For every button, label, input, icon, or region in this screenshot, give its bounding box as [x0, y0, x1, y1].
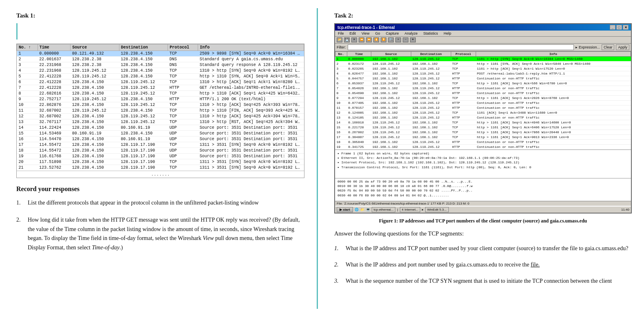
- table-row[interactable]: 40.026477192.168.1.102128.119.245.12HTTP…: [335, 71, 631, 76]
- table-row[interactable]: 19116.61768128.238.4.150128.119.17.190UD…: [17, 154, 304, 159]
- toolbar-icon-10[interactable]: −: [403, 37, 408, 42]
- hex-line: 0010 00 30 1b 30 40 00 80 06 06 18 c0 a8…: [337, 184, 629, 188]
- table-row[interactable]: 1132.687002128.119.245.12128.238.4.150TC…: [17, 108, 304, 114]
- start-button[interactable]: ▶ start: [337, 207, 353, 212]
- table-row[interactable]: 80.054690192.168.1.102128.119.245.12HTTP…: [335, 91, 631, 96]
- taskbar-icon-2: 📁: [360, 208, 364, 211]
- detail-line: ▸ Ethernet II, Src: ActionTe_8a:70:1a (0…: [337, 156, 629, 160]
- table-row[interactable]: 180.305040192.168.1.102128.119.245.12HTT…: [335, 140, 631, 145]
- close-button[interactable]: ✕: [623, 25, 629, 30]
- table-row[interactable]: 1232.687002128.238.4.150128.119.245.12TC…: [17, 114, 304, 119]
- toolbar-icon-2[interactable]: 💾: [344, 37, 350, 42]
- more-rows-indicator: .......: [17, 171, 304, 178]
- table-row[interactable]: 20117.51898128.238.4.150128.119.17.190TC…: [17, 159, 304, 165]
- epkt-col-info: Info: [476, 52, 631, 57]
- col-destination: Destination: [119, 44, 168, 51]
- ethereal-hex-panel: 0000 00 06 25 da af 73 00 20 e0 8a 70 1a…: [335, 178, 631, 201]
- toolbar-icon-1[interactable]: 📂: [337, 37, 342, 42]
- table-row[interactable]: 922.752717128.119.245.12128.238.4.150HTT…: [17, 97, 304, 102]
- table-row[interactable]: 422.231968128.119.245.12128.238.4.150TCP…: [17, 68, 304, 74]
- table-row[interactable]: 21123.52762128.238.4.150128.119.17.190TC…: [17, 165, 304, 171]
- q2-number: 2.: [16, 216, 24, 252]
- list-item: 1. List the different protocols that app…: [16, 198, 304, 207]
- filter-expression-btn[interactable]: ▸ Expression...: [576, 45, 600, 49]
- menu-file[interactable]: File: [337, 31, 345, 36]
- table-row[interactable]: 17114.55472128.238.4.150128.119.17.190TC…: [17, 142, 304, 148]
- menu-statistics[interactable]: Statistics: [422, 31, 439, 36]
- table-row[interactable]: 90.077294128.119.245.12192.168.1.102TCPh…: [335, 96, 631, 101]
- table-row[interactable]: 120.124085192.168.1.102128.119.245.12TCP…: [335, 110, 631, 115]
- toolbar-icon-11[interactable]: ✦: [410, 37, 416, 42]
- table-row[interactable]: 130.124185192.168.1.102128.119.245.12HTT…: [335, 115, 631, 120]
- table-row[interactable]: 15114.5346980.160.91.19128.238.4.150UDPS…: [17, 131, 304, 136]
- task2-question-list: 1. What is the IP address and TCP port n…: [334, 244, 632, 286]
- table-row[interactable]: 100.077405192.168.1.102128.119.245.12HTT…: [335, 101, 631, 106]
- list-item: 1. What is the IP address and TCP port n…: [334, 244, 632, 253]
- hex-line: 0020 f5 0c 04 89 00 50 59 0d f4 50 00 00…: [337, 188, 629, 193]
- taskbar-winedit[interactable]: WinEdit 5.3...: [425, 207, 449, 212]
- taskbar-internet[interactable]: 4 Internet...: [400, 207, 420, 212]
- toolbar-icon-9[interactable]: +: [395, 37, 401, 42]
- menu-view[interactable]: View: [360, 31, 371, 36]
- toolbar-icon-3[interactable]: ✕: [351, 37, 357, 42]
- col-protocol: Protocol: [168, 44, 198, 51]
- table-row[interactable]: 20.023172128.119.245.12192.168.1.102TCPh…: [335, 62, 631, 66]
- table-row[interactable]: 1332.767117128.238.4.150128.119.245.12TC…: [17, 119, 304, 125]
- menu-go[interactable]: Go: [374, 31, 381, 36]
- taskbar-time: 11:40: [621, 208, 629, 211]
- table-row[interactable]: 18114.55472128.238.4.150128.119.17.190UD…: [17, 148, 304, 154]
- menu-help[interactable]: Help: [442, 31, 452, 36]
- table-row[interactable]: 14114.22424128.238.4.15080.160.91.19UDPS…: [17, 125, 304, 131]
- t2q3-number: 3.: [334, 277, 342, 286]
- table-row[interactable]: 30.023265192.168.1.102128.119.245.12TCP1…: [335, 66, 631, 71]
- table-row[interactable]: 16114.54470128.238.4.15080.160.91.19UDPS…: [17, 136, 304, 142]
- table-row[interactable]: 190.341725192.168.1.102128.119.245.12HTT…: [335, 145, 631, 150]
- taskbar-icon-1: 🌐: [355, 208, 359, 211]
- toolbar-icon-7[interactable]: ⏬: [381, 37, 386, 42]
- table-row[interactable]: 222.001637128.238.2.38128.238.4.150DNSSt…: [17, 57, 304, 62]
- titlebar-buttons[interactable]: _ □ ✕: [610, 25, 629, 30]
- t2q2-file-link[interactable]: file.: [531, 262, 540, 268]
- table-row[interactable]: 822.682616128.238.4.150128.119.245.12TCP…: [17, 91, 304, 97]
- table-row[interactable]: 70.054026192.168.1.102128.119.245.12HTTP…: [335, 86, 631, 91]
- table-row[interactable]: 50.044757192.168.1.102128.119.245.12HTTP…: [335, 76, 631, 81]
- table-row[interactable]: 140.160918128.119.245.12192.168.1.102TCP…: [335, 120, 631, 125]
- taskbar-tcpetheral[interactable]: tcp-ethereal...: [372, 207, 396, 212]
- table-row[interactable]: 622.412228128.238.4.150128.119.245.12TCP…: [17, 79, 304, 85]
- q1-number: 1.: [16, 198, 24, 207]
- taskbar-icon-3: 💻: [366, 208, 370, 211]
- toolbar-icon-8[interactable]: 🔍: [388, 37, 394, 42]
- epkt-col-destination: Destination: [411, 52, 451, 57]
- task2-title: Task 2:: [334, 12, 632, 19]
- list-item: 3. What is the sequence number of the TC…: [334, 277, 632, 286]
- filter-clear-btn[interactable]: Clear: [602, 44, 615, 50]
- toolbar-icon-6[interactable]: ⏫: [373, 37, 379, 42]
- minimize-button[interactable]: _: [610, 25, 615, 30]
- filter-input[interactable]: [348, 44, 574, 50]
- table-row[interactable]: 170.304807128.119.245.12192.168.1.102TCP…: [335, 135, 631, 140]
- toolbar-icon-5[interactable]: ⏩: [366, 37, 372, 42]
- table-row[interactable]: 522.412228128.119.245.12128.238.4.150TCP…: [17, 74, 304, 79]
- table-row[interactable]: 722.412228128.238.4.150128.119.245.12HTT…: [17, 85, 304, 91]
- t2q2-number: 2.: [334, 260, 342, 269]
- table-row[interactable]: 10.00000080.121.49.132128.238.4.150TCP25…: [17, 51, 304, 57]
- table-row[interactable]: 160.267802128.119.245.12192.168.1.102TCP…: [335, 130, 631, 135]
- menu-analyze[interactable]: Analyze: [403, 31, 419, 36]
- maximize-button[interactable]: □: [616, 25, 622, 30]
- menu-capture[interactable]: Capture: [384, 31, 400, 36]
- table-row[interactable]: 110.078157192.168.1.102128.119.245.12HTT…: [335, 106, 631, 110]
- q2-italic-timeofday: Time-of-day: [92, 244, 119, 251]
- detail-line: ▸ Transmission Control Protocol, Src Por…: [337, 165, 629, 170]
- epkt-col-protocol: Protocol: [451, 52, 476, 57]
- toolbar-icon-4[interactable]: ⏪: [359, 37, 364, 42]
- table-row[interactable]: 10.000000192.168.1.102128.119.245.12TCP1…: [335, 57, 631, 62]
- menu-edit[interactable]: Edit: [348, 31, 357, 36]
- table-row[interactable]: 60.053937128.119.245.12192.168.1.102TCPh…: [335, 81, 631, 86]
- table-row[interactable]: 150.221728128.119.245.12192.168.1.102TCP…: [335, 125, 631, 130]
- filter-apply-btn[interactable]: Apply: [616, 44, 629, 50]
- ethereal-toolbar: 📂 💾 ✕ ⏪ ⏩ ⏫ ⏬ 🔍 + − ✦: [335, 37, 631, 44]
- q2-text: How long did it take from when the HTTP …: [28, 216, 304, 252]
- t2q3-text: What is the sequence number of the TCP S…: [346, 277, 612, 286]
- table-row[interactable]: 322.231968128.238.2.38128.238.4.150DNSSt…: [17, 62, 304, 68]
- table-row[interactable]: 1022.862876128.238.4.150128.119.245.12TC…: [17, 102, 304, 108]
